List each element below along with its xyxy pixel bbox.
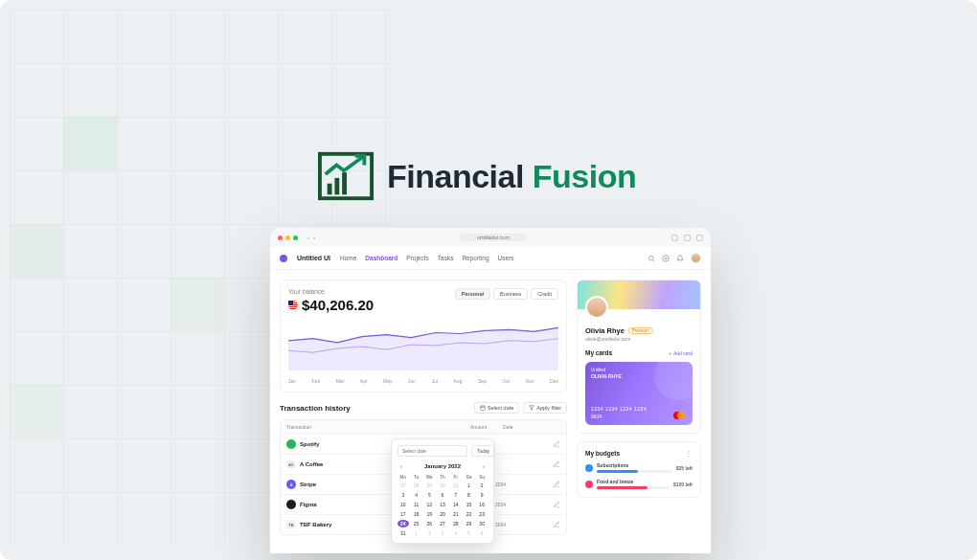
tabs-icon[interactable] bbox=[696, 235, 703, 241]
merchant-icon: TB bbox=[286, 520, 296, 529]
plus-icon[interactable] bbox=[684, 235, 691, 241]
forward-icon[interactable]: › bbox=[313, 235, 315, 240]
calendar-day[interactable]: 30 bbox=[437, 482, 448, 489]
calendar-day[interactable]: 20 bbox=[437, 510, 448, 518]
merchant-icon: S bbox=[286, 480, 296, 489]
calendar-day[interactable]: 5 bbox=[464, 529, 475, 537]
calendar-day[interactable]: 6 bbox=[437, 491, 448, 499]
calendar-day[interactable]: 28 bbox=[450, 520, 462, 527]
calendar-day[interactable]: 1 bbox=[411, 529, 422, 537]
calendar-day[interactable]: 30 bbox=[476, 520, 488, 527]
today-button[interactable]: Today bbox=[471, 445, 495, 457]
calendar-day[interactable]: 8 bbox=[464, 491, 475, 499]
calendar-day[interactable]: 2 bbox=[476, 482, 488, 489]
credit-card[interactable]: Untitled OLIVIA RHYE 1234 1234 1234 1234… bbox=[585, 362, 693, 425]
calendar-day[interactable]: 23 bbox=[476, 510, 488, 518]
nav-item-home[interactable]: Home bbox=[340, 255, 356, 261]
dow-label: Th bbox=[437, 475, 448, 480]
calendar-day[interactable]: 25 bbox=[411, 520, 422, 527]
user-avatar[interactable] bbox=[691, 253, 701, 263]
edit-icon[interactable] bbox=[553, 501, 560, 508]
calendar-day[interactable]: 26 bbox=[423, 520, 435, 527]
tab-credit[interactable]: Credit bbox=[531, 288, 558, 300]
budget-item[interactable]: Subscriptions$25 left bbox=[585, 462, 693, 473]
balance-card: Your balance $40,206.20 PersonalBusiness… bbox=[280, 280, 567, 392]
plus-icon: + bbox=[669, 350, 671, 356]
nav-item-projects[interactable]: Projects bbox=[406, 255, 428, 261]
calendar-day[interactable]: 28 bbox=[411, 482, 422, 489]
grid-accent-square bbox=[10, 385, 63, 438]
tab-personal[interactable]: Personal bbox=[455, 288, 490, 300]
calendar-day[interactable]: 24 bbox=[398, 520, 409, 527]
calendar-day[interactable]: 17 bbox=[398, 510, 409, 518]
calendar-day[interactable]: 27 bbox=[437, 520, 448, 527]
nav-item-tasks[interactable]: Tasks bbox=[438, 255, 454, 261]
gear-icon[interactable] bbox=[662, 255, 670, 262]
edit-icon[interactable] bbox=[553, 460, 560, 468]
main-column: Your balance $40,206.20 PersonalBusiness… bbox=[280, 280, 567, 553]
budget-item[interactable]: Food and booze$120 left bbox=[585, 479, 693, 489]
calendar-day[interactable]: 2 bbox=[423, 529, 435, 537]
dow-label: Sa bbox=[464, 475, 475, 480]
search-icon[interactable] bbox=[648, 255, 655, 262]
add-card-button[interactable]: + Add card bbox=[669, 350, 693, 356]
calendar-day[interactable]: 5 bbox=[423, 491, 435, 499]
calendar-day[interactable]: 1 bbox=[464, 482, 475, 489]
traffic-lights bbox=[278, 235, 298, 240]
calendar-day[interactable]: 7 bbox=[450, 491, 462, 499]
calendar-day[interactable]: 31 bbox=[398, 529, 409, 537]
calendar-day[interactable]: 3 bbox=[437, 529, 448, 537]
prev-month-button[interactable]: ‹ bbox=[398, 462, 405, 470]
calendar-day[interactable]: 19 bbox=[423, 510, 435, 518]
nav-item-reporting[interactable]: Reporting bbox=[462, 255, 488, 261]
date-input[interactable] bbox=[398, 445, 467, 457]
my-cards-label: My cards bbox=[585, 349, 612, 356]
apply-filter-button[interactable]: Apply filter bbox=[523, 402, 567, 414]
mastercard-icon bbox=[673, 412, 685, 419]
dow-label: Su bbox=[476, 475, 488, 480]
calendar-day[interactable]: 3 bbox=[398, 491, 409, 499]
edit-icon[interactable] bbox=[553, 440, 560, 448]
calendar-day[interactable]: 15 bbox=[464, 501, 475, 508]
share-icon[interactable] bbox=[671, 235, 678, 241]
brand-word-2: Fusion bbox=[533, 158, 636, 194]
month-tick: Jul bbox=[432, 378, 438, 384]
select-date-button[interactable]: Select date bbox=[474, 402, 520, 414]
profile-avatar[interactable] bbox=[585, 296, 608, 319]
next-month-button[interactable]: › bbox=[480, 462, 488, 470]
calendar-day[interactable]: 22 bbox=[464, 510, 475, 518]
calendar-day[interactable]: 21 bbox=[450, 510, 462, 518]
calendar-day[interactable]: 6 bbox=[476, 529, 488, 537]
back-icon[interactable]: ‹ bbox=[307, 235, 309, 240]
minimize-dot-icon[interactable] bbox=[285, 235, 290, 240]
transaction-history-title: Transaction history bbox=[280, 404, 351, 413]
maximize-dot-icon[interactable] bbox=[293, 235, 298, 240]
calendar-day[interactable]: 13 bbox=[437, 501, 448, 508]
calendar-day[interactable]: 10 bbox=[398, 501, 409, 508]
nav-item-dashboard[interactable]: Dashboard bbox=[365, 255, 398, 261]
calendar-day[interactable]: 9 bbox=[476, 491, 488, 499]
more-icon[interactable]: ⋮ bbox=[685, 452, 693, 456]
calendar-day[interactable]: 18 bbox=[411, 510, 422, 518]
calendar-day[interactable]: 4 bbox=[450, 529, 462, 537]
grid-accent-square bbox=[63, 117, 117, 170]
calendar-day[interactable]: 29 bbox=[423, 482, 435, 489]
close-dot-icon[interactable] bbox=[278, 235, 283, 240]
url-bar[interactable]: untitledui.com bbox=[460, 234, 527, 241]
nav-item-users[interactable]: Users bbox=[498, 255, 514, 261]
edit-icon[interactable] bbox=[553, 481, 560, 488]
card-expiry: 06/24 bbox=[591, 414, 602, 419]
calendar-day[interactable]: 27 bbox=[398, 482, 409, 489]
calendar-day[interactable]: 4 bbox=[411, 491, 422, 499]
tab-business[interactable]: Business bbox=[493, 288, 528, 300]
bell-icon[interactable] bbox=[676, 255, 684, 262]
edit-icon[interactable] bbox=[553, 521, 560, 528]
calendar-day[interactable]: 11 bbox=[411, 501, 422, 508]
calendar-day[interactable]: 16 bbox=[476, 501, 488, 508]
calendar-day[interactable]: 29 bbox=[464, 520, 475, 527]
calendar-day[interactable]: 31 bbox=[450, 482, 462, 489]
profile-card: Olivia Rhye Premium olivia@untitledui.co… bbox=[577, 280, 701, 434]
calendar-day[interactable]: 12 bbox=[423, 501, 435, 508]
budget-category-icon bbox=[585, 481, 593, 488]
calendar-day[interactable]: 14 bbox=[450, 501, 462, 508]
